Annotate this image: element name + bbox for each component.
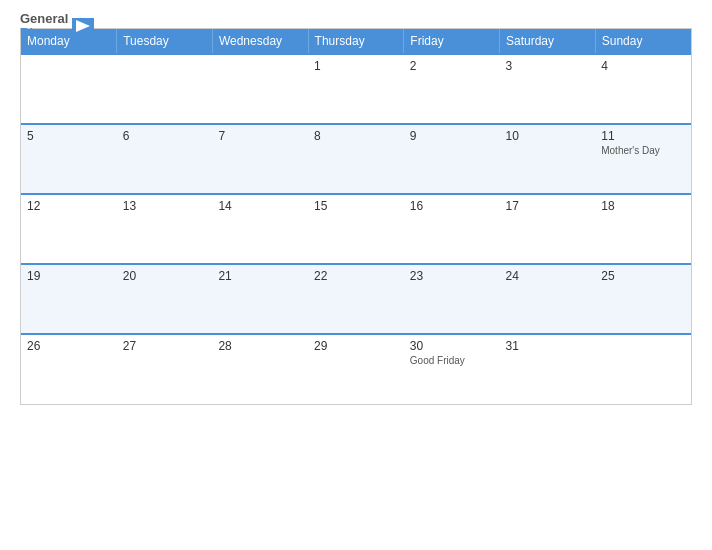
day-number: 2	[410, 59, 494, 73]
header-cell-tuesday: Tuesday	[117, 29, 213, 54]
day-number: 8	[314, 129, 398, 143]
day-number: 15	[314, 199, 398, 213]
header-cell-thursday: Thursday	[308, 29, 404, 54]
day-cell: 13	[117, 194, 213, 264]
calendar-container: MondayTuesdayWednesdayThursdayFridaySatu…	[20, 28, 692, 405]
day-cell: 19	[21, 264, 117, 334]
week-row-5: 2627282930Good Friday31	[21, 334, 691, 404]
day-cell: 25	[595, 264, 691, 334]
day-cell: 3	[500, 54, 596, 124]
day-number: 18	[601, 199, 685, 213]
day-number: 7	[218, 129, 302, 143]
day-number: 29	[314, 339, 398, 353]
week-row-4: 19202122232425	[21, 264, 691, 334]
day-number: 24	[506, 269, 590, 283]
day-number: 19	[27, 269, 111, 283]
day-number: 26	[27, 339, 111, 353]
day-cell: 31	[500, 334, 596, 404]
day-number: 10	[506, 129, 590, 143]
day-cell: 27	[117, 334, 213, 404]
header-cell-sunday: Sunday	[595, 29, 691, 54]
day-cell: 12	[21, 194, 117, 264]
day-cell: 14	[212, 194, 308, 264]
event-label: Good Friday	[410, 355, 494, 366]
day-number: 14	[218, 199, 302, 213]
week-row-3: 12131415161718	[21, 194, 691, 264]
logo-flag-icon	[72, 18, 94, 34]
day-cell: 8	[308, 124, 404, 194]
week-row-2: 567891011Mother's Day	[21, 124, 691, 194]
day-number: 17	[506, 199, 590, 213]
calendar-table: MondayTuesdayWednesdayThursdayFridaySatu…	[21, 29, 691, 404]
day-cell: 9	[404, 124, 500, 194]
header-row: MondayTuesdayWednesdayThursdayFridaySatu…	[21, 29, 691, 54]
day-cell: 5	[21, 124, 117, 194]
day-cell: 29	[308, 334, 404, 404]
day-cell: 4	[595, 54, 691, 124]
logo-general: General	[20, 11, 68, 26]
day-number: 28	[218, 339, 302, 353]
day-number: 23	[410, 269, 494, 283]
day-cell: 26	[21, 334, 117, 404]
day-number: 16	[410, 199, 494, 213]
calendar-body: 1234567891011Mother's Day121314151617181…	[21, 54, 691, 404]
day-number: 31	[506, 339, 590, 353]
header-cell-wednesday: Wednesday	[212, 29, 308, 54]
day-cell: 2	[404, 54, 500, 124]
day-number: 1	[314, 59, 398, 73]
day-number: 5	[27, 129, 111, 143]
day-cell: 28	[212, 334, 308, 404]
day-cell: 24	[500, 264, 596, 334]
day-cell: 22	[308, 264, 404, 334]
day-number: 22	[314, 269, 398, 283]
day-number: 27	[123, 339, 207, 353]
day-number: 20	[123, 269, 207, 283]
calendar-header: MondayTuesdayWednesdayThursdayFridaySatu…	[21, 29, 691, 54]
day-cell: 11Mother's Day	[595, 124, 691, 194]
day-cell	[117, 54, 213, 124]
day-cell: 18	[595, 194, 691, 264]
day-number: 25	[601, 269, 685, 283]
day-number: 6	[123, 129, 207, 143]
day-cell: 21	[212, 264, 308, 334]
day-number: 13	[123, 199, 207, 213]
day-cell: 17	[500, 194, 596, 264]
day-cell: 15	[308, 194, 404, 264]
day-number: 30	[410, 339, 494, 353]
logo-blue: Blue	[20, 25, 48, 40]
header-cell-saturday: Saturday	[500, 29, 596, 54]
day-cell: 1	[308, 54, 404, 124]
day-cell: 20	[117, 264, 213, 334]
day-cell: 10	[500, 124, 596, 194]
day-number: 9	[410, 129, 494, 143]
day-cell: 16	[404, 194, 500, 264]
week-row-1: 1234	[21, 54, 691, 124]
day-cell: 7	[212, 124, 308, 194]
day-cell	[21, 54, 117, 124]
day-cell: 6	[117, 124, 213, 194]
header-cell-friday: Friday	[404, 29, 500, 54]
day-cell	[212, 54, 308, 124]
day-number: 12	[27, 199, 111, 213]
day-number: 3	[506, 59, 590, 73]
event-label: Mother's Day	[601, 145, 685, 156]
day-cell	[595, 334, 691, 404]
day-cell: 23	[404, 264, 500, 334]
day-number: 4	[601, 59, 685, 73]
logo: General Blue	[20, 12, 94, 41]
day-number: 21	[218, 269, 302, 283]
day-number: 11	[601, 129, 685, 143]
day-cell: 30Good Friday	[404, 334, 500, 404]
